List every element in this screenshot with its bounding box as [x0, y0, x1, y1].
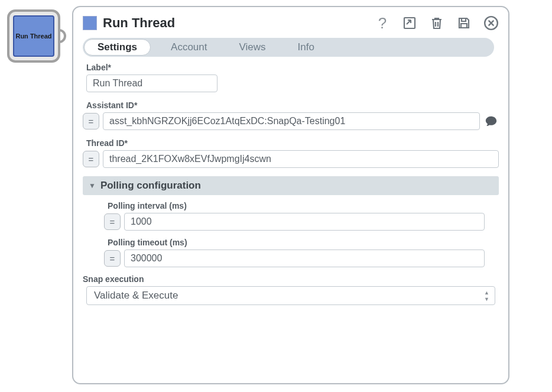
- field-label-text: Polling timeout (ms): [108, 238, 499, 247]
- field-polling-interval: Polling interval (ms) =: [104, 201, 499, 231]
- svg-rect-0: [404, 18, 415, 28]
- header-icons: ?: [375, 15, 499, 31]
- polling-timeout-input[interactable]: [124, 250, 485, 267]
- expand-mode-icon[interactable]: [402, 15, 417, 31]
- panel-title: Run Thread: [103, 15, 175, 31]
- tab-label: Account: [171, 41, 207, 53]
- tab-settings[interactable]: Settings: [84, 39, 151, 56]
- field-label-text: Polling interval (ms): [108, 201, 499, 210]
- suggest-icon[interactable]: [483, 115, 499, 128]
- properties-panel: Run Thread ? Settings Account: [72, 6, 509, 384]
- tab-views[interactable]: Views: [226, 38, 279, 57]
- field-polling-timeout: Polling timeout (ms) =: [104, 238, 499, 267]
- field-label-text: Assistant ID*: [86, 101, 499, 110]
- section-body: Polling interval (ms) = Polling timeout …: [83, 195, 499, 267]
- expression-toggle-button[interactable]: =: [83, 151, 99, 167]
- node-label: Run Thread: [15, 33, 51, 40]
- node-body: Run Thread: [7, 9, 60, 63]
- close-icon[interactable]: [483, 15, 499, 31]
- delete-icon[interactable]: [429, 15, 444, 31]
- expression-toggle-button[interactable]: =: [104, 250, 121, 267]
- select-value: Validate & Execute: [94, 290, 178, 302]
- tab-account[interactable]: Account: [158, 38, 220, 57]
- title-wrap: Run Thread: [83, 15, 175, 31]
- panel-header: Run Thread ?: [83, 15, 499, 31]
- node-inner: Run Thread: [13, 15, 54, 57]
- assistant-id-input[interactable]: [103, 112, 480, 130]
- field-label-text: Label*: [86, 63, 499, 72]
- tabs: Settings Account Views Info: [83, 38, 494, 57]
- tab-label: Settings: [98, 41, 137, 53]
- snap-color-swatch: [83, 16, 97, 30]
- field-thread-id: Thread ID* =: [83, 138, 499, 168]
- thread-id-input[interactable]: [103, 150, 499, 168]
- field-snap-execution: Snap execution Validate & Execute ▲▼: [83, 274, 499, 305]
- label-input[interactable]: [86, 74, 217, 92]
- updown-icon: ▲▼: [484, 290, 489, 302]
- polling-interval-input[interactable]: [124, 213, 485, 231]
- section-title: Polling configuration: [100, 180, 201, 192]
- expression-toggle-button[interactable]: =: [83, 113, 99, 129]
- help-icon[interactable]: ?: [375, 15, 390, 31]
- snap-execution-select[interactable]: Validate & Execute ▲▼: [86, 286, 495, 305]
- pipeline-node-run-thread[interactable]: Run Thread: [7, 9, 60, 63]
- field-label-text: Snap execution: [83, 274, 499, 284]
- field-label-text: Thread ID*: [86, 138, 499, 148]
- section-polling-configuration[interactable]: ▼ Polling configuration: [83, 176, 499, 195]
- field-label: Label*: [83, 63, 499, 92]
- save-icon[interactable]: [456, 15, 472, 31]
- tab-label: Views: [239, 41, 266, 53]
- tab-label: Info: [298, 41, 314, 53]
- expression-toggle-button[interactable]: =: [104, 213, 121, 230]
- collapse-triangle-icon: ▼: [89, 182, 96, 190]
- field-assistant-id: Assistant ID* =: [83, 101, 499, 130]
- form: Label* Assistant ID* = Thread ID* =: [83, 63, 499, 305]
- tab-info[interactable]: Info: [285, 38, 327, 57]
